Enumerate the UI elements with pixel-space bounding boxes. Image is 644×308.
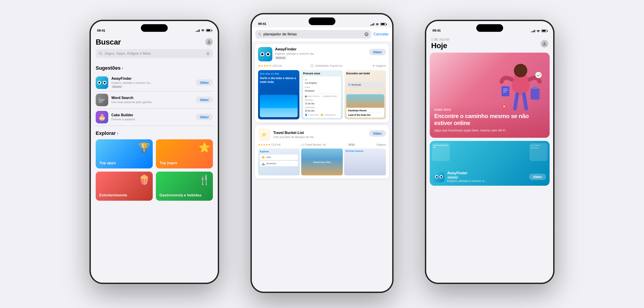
arrive-label: CHEGADA (305, 106, 339, 109)
ss-mini-2: Hong Kong, China (301, 148, 343, 175)
app-name-1: AwayFinder (111, 77, 193, 81)
status-icons-right (531, 30, 547, 32)
screenshot-2: Procure voos DE Los Angeles PARA Denpasa… (301, 70, 342, 119)
user-avatar-right[interactable] (541, 40, 548, 48)
sfc-content: AwayFinder Anúncio Explore, planeje e re… (430, 168, 550, 186)
arrive-date: 28 de dez (305, 109, 339, 113)
hoje-header: 1 de julho Hoje (426, 34, 553, 53)
sfc-get-btn[interactable]: Obter (529, 174, 546, 180)
search-input-text: planejador de férias (264, 32, 363, 37)
second-result-card[interactable]: Travel Bucket List Crie sua lista de des… (255, 125, 389, 179)
bottom-app-card[interactable]: Land of the Gods Inn Los Angeles Denpasa… (430, 141, 550, 186)
suggestion-item-awayfinder[interactable]: AwayFinder Explore, planeje e reserve vi… (96, 74, 213, 91)
suggestion-item-cake[interactable]: 🎂 Cake Builder Domine a padaria! Obter (96, 109, 213, 126)
ss-mini-1: Explorar ☀️Solar ⛰️Montanhas (258, 148, 300, 175)
hotel-image (346, 94, 384, 108)
svg-point-31 (535, 72, 542, 78)
svg-rect-7 (99, 100, 104, 101)
ad-stars: ★★★★★ 125 mil (258, 64, 282, 67)
search-input-pill[interactable]: planejador de férias ✕ (255, 30, 371, 39)
svg-line-2 (101, 54, 102, 55)
app-name-2: Word Search (111, 96, 193, 100)
hotel-name2: Land of the Gods Inn (348, 114, 382, 116)
mic-icon (206, 52, 210, 55)
ad-result-card[interactable]: AwayFinder Explore, planeje e reserve vi… (255, 44, 389, 123)
ss-mini-label-1: Explorar (258, 148, 300, 155)
center-phone: 09:41 planejador de férias (250, 13, 394, 293)
second-app-info: Travel Bucket List Crie sua lista de des… (273, 131, 366, 139)
ss-mini-3: Florestas tropicais (344, 148, 386, 175)
second-get-btn[interactable]: Obter (369, 130, 386, 137)
hoje-screen: 1 de julho Hoje (426, 21, 553, 283)
featured-card-content: SAIBA MAIS Encontre o caminho mesmo se n… (430, 104, 550, 138)
ad-meta: ★★★★★ 125 mil GlobalHub Travel Inc. ✈ Vi… (258, 64, 386, 68)
get-btn-2[interactable]: Obter (196, 97, 213, 103)
battery-icon-c (380, 23, 386, 26)
wifi-icon-r (536, 30, 540, 32)
buscar-screen: Buscar Jogos, Apps, Artigos e Mais (91, 21, 218, 283)
signal-icon-c (370, 23, 374, 26)
screenshot-3: Encontre um hotel Seminyak Kamboja Hou (344, 70, 386, 119)
second-app-desc: Crie sua lista de desejos de via... (273, 135, 318, 139)
featured-card[interactable]: SAIBA MAIS Encontre o caminho mesmo se n… (430, 53, 550, 138)
svg-rect-25 (531, 88, 540, 100)
awayfinder-icon (96, 76, 108, 89)
ad-app-name: AwayFinder (275, 47, 366, 52)
battery-icon (206, 29, 212, 32)
second-app-name: Travel Bucket List (273, 131, 366, 135)
time-left: 09:41 (97, 29, 105, 32)
app-desc-3: Domine a padaria! (111, 118, 156, 121)
ss-eyebrow-1: Sete dias em Bali (260, 72, 298, 75)
second-stars: ★★★★★ 13,8 mil (258, 143, 280, 146)
cancel-btn[interactable]: Cancelar (374, 32, 389, 37)
get-btn-3[interactable]: Obter (196, 114, 213, 120)
app-desc-1: Explore, planeje e reserve via... (111, 81, 156, 84)
user-avatar[interactable] (205, 38, 213, 46)
dynamic-island-right (476, 24, 503, 32)
svg-rect-20 (262, 135, 263, 136)
flight-origin: Los Angeles (305, 81, 339, 85)
featured-title: Encontre o caminho mesmo se não estiver … (434, 113, 545, 126)
battery-icon-r (541, 30, 547, 32)
explore-top-apps[interactable]: 🏆 Top apps (96, 139, 153, 169)
dynamic-island-center (308, 18, 336, 25)
second-screenshots: Explorar ☀️Solar ⛰️Montanhas (258, 148, 386, 175)
wifi-icon (201, 29, 204, 32)
ad-badge: Anúncio (275, 56, 286, 59)
suggestions-chevron[interactable]: › (122, 66, 123, 70)
explore-entertainment[interactable]: 🍿 Entretenimento (96, 172, 153, 201)
explore-chevron[interactable]: › (117, 131, 118, 135)
search-bar[interactable]: Jogos, Apps, Artigos e Mais (96, 49, 213, 58)
search-placeholder: Jogos, Apps, Artigos e Mais (104, 51, 204, 56)
hoje-title: Hoje (431, 41, 449, 50)
right-phone: 09:41 1 de julho Hoje (425, 20, 554, 284)
explore-heading: Explorar › (96, 130, 213, 136)
status-icons-left (196, 29, 212, 32)
active-search-bar[interactable]: planejador de férias ✕ Cancelar (252, 27, 392, 41)
explore-top-games[interactable]: ⭐ Top jogos (156, 139, 213, 169)
wordsearch-info: Word Search Use suas palavras para ganha… (111, 96, 193, 104)
suggestion-item-wordsearch[interactable]: Word Search Use suas palavras para ganha… (96, 91, 213, 109)
hotel-search: Seminyak (351, 84, 361, 86)
clear-btn[interactable]: ✕ (364, 32, 368, 36)
passengers: 👤 2 ADULTOS 👶 0 CRIANÇAS (305, 113, 339, 116)
fork-decoration: 🍴 (198, 174, 210, 185)
svg-rect-19 (262, 134, 263, 135)
ss-mini-label-3: Florestas tropicais (344, 148, 386, 153)
svg-point-22 (544, 42, 546, 44)
svg-rect-11 (311, 65, 314, 67)
time-center: 09:41 (258, 22, 266, 26)
app-desc-2: Use suas palavras para ganhar. (111, 100, 156, 104)
sfc-app-badge: Anúncio (447, 176, 458, 179)
svg-rect-6 (99, 99, 105, 100)
app-badge-1: Anúncio (111, 85, 122, 88)
explore-food[interactable]: 🍴 Gastronomia e bebidas (156, 172, 213, 201)
dynamic-island-left (141, 24, 168, 32)
get-btn-1[interactable]: Obter (196, 79, 213, 86)
wave-image (260, 95, 298, 117)
ad-get-btn[interactable]: Obter (369, 49, 386, 55)
ad-publisher: GlobalHub Travel Inc. (310, 64, 343, 68)
suggestions-heading: Sugestões › (96, 65, 213, 71)
flight-from: DE (305, 78, 339, 81)
popcorn-decoration: 🍿 (138, 174, 150, 185)
